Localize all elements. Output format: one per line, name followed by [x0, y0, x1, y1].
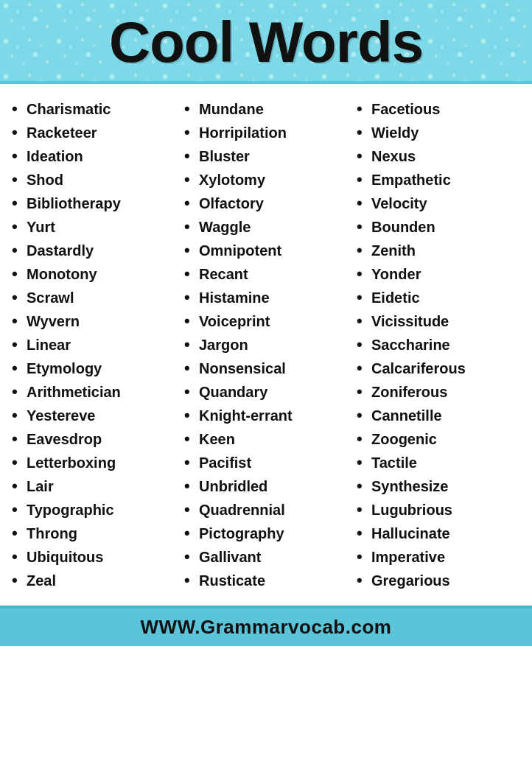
list-item: •Yonder — [357, 262, 520, 286]
list-item: •Imperative — [357, 545, 520, 569]
word-text: Vicissitude — [371, 312, 449, 332]
list-item: •Hallucinate — [357, 522, 520, 545]
bullet-icon: • — [12, 313, 22, 329]
list-item: •Omnipotent — [184, 239, 348, 262]
word-text: Quandary — [199, 382, 267, 402]
list-item: •Eavesdrop — [12, 427, 175, 451]
bullet-icon: • — [12, 455, 22, 471]
list-item: •Calcariferous — [357, 357, 520, 380]
word-text: Monotony — [27, 264, 97, 284]
footer: WWW.Grammarvocab.com — [0, 606, 532, 646]
bullet-icon: • — [12, 148, 22, 164]
word-text: Racketeer — [27, 123, 97, 143]
list-item: •Histamine — [184, 286, 348, 309]
word-column-3: •Facetious•Wieldy•Nexus•Empathetic•Veloc… — [352, 97, 525, 592]
word-text: Shod — [27, 170, 63, 190]
list-item: •Mundane — [184, 97, 348, 121]
bullet-icon: • — [357, 478, 367, 494]
bullet-icon: • — [184, 549, 195, 565]
word-text: Pictography — [199, 524, 284, 544]
word-text: Scrawl — [27, 288, 74, 308]
list-item: •Olfactory — [184, 192, 348, 215]
bullet-icon: • — [357, 431, 367, 447]
bullet-icon: • — [12, 172, 22, 188]
bullet-icon: • — [12, 242, 22, 259]
word-text: Facetious — [371, 99, 440, 119]
list-item: •Yurt — [12, 215, 175, 239]
list-item: •Voiceprint — [184, 309, 348, 333]
list-item: •Pacifist — [184, 451, 348, 474]
bullet-icon: • — [184, 313, 195, 329]
word-text: Waggle — [199, 217, 251, 237]
word-text: Bibliotherapy — [27, 194, 121, 214]
word-text: Nonsensical — [199, 359, 286, 379]
word-text: Mundane — [199, 99, 264, 119]
word-text: Eavesdrop — [27, 429, 102, 449]
bullet-icon: • — [184, 337, 195, 353]
word-text: Gregarious — [371, 571, 450, 591]
word-text: Omnipotent — [199, 241, 281, 261]
bullet-icon: • — [184, 572, 195, 589]
list-item: •Arithmetician — [12, 380, 175, 404]
list-item: •Xylotomy — [184, 168, 348, 192]
bullet-icon: • — [184, 525, 195, 541]
word-text: Cannetille — [371, 406, 442, 426]
list-item: •Jargon — [184, 333, 348, 357]
list-item: •Ubiquitous — [12, 545, 175, 569]
bullet-icon: • — [184, 431, 195, 447]
word-text: Wyvern — [27, 312, 80, 332]
list-item: •Bibliotherapy — [12, 192, 175, 215]
bullet-icon: • — [12, 125, 22, 141]
word-text: Eidetic — [371, 288, 420, 308]
bullet-icon: • — [357, 148, 367, 164]
page-title: Cool Words — [18, 13, 514, 71]
list-item: •Nonsensical — [184, 357, 348, 380]
bullet-icon: • — [12, 266, 22, 282]
list-item: •Saccharine — [357, 333, 520, 357]
list-item: •Linear — [12, 333, 175, 357]
bullet-icon: • — [357, 549, 367, 565]
word-text: Bounden — [371, 217, 435, 237]
bullet-icon: • — [184, 195, 195, 211]
bullet-icon: • — [357, 525, 367, 541]
word-text: Yurt — [27, 217, 55, 237]
word-text: Knight-errant — [199, 406, 293, 426]
list-item: •Quadrennial — [184, 498, 348, 522]
word-text: Pacifist — [199, 453, 251, 473]
word-text: Histamine — [199, 288, 270, 308]
header: Cool Words — [0, 0, 532, 84]
bullet-icon: • — [357, 572, 367, 589]
list-item: •Throng — [12, 522, 175, 545]
list-item: •Pictography — [184, 522, 348, 545]
bullet-icon: • — [184, 242, 195, 259]
word-text: Voiceprint — [199, 312, 270, 332]
bullet-icon: • — [12, 337, 22, 353]
bullet-icon: • — [184, 360, 195, 376]
word-text: Ubiquitous — [27, 547, 103, 567]
word-text: Dastardly — [27, 241, 94, 261]
word-column-2: •Mundane•Horripilation•Bluster•Xylotomy•… — [180, 97, 352, 592]
word-text: Empathetic — [371, 170, 451, 190]
word-text: Rusticate — [199, 571, 265, 591]
content-area: •Charismatic•Racketeer•Ideation•Shod•Bib… — [0, 84, 532, 603]
word-column-1: •Charismatic•Racketeer•Ideation•Shod•Bib… — [7, 97, 180, 592]
bullet-icon: • — [12, 549, 22, 565]
word-text: Recant — [199, 264, 248, 284]
list-item: •Scrawl — [12, 286, 175, 309]
bullet-icon: • — [12, 360, 22, 376]
bullet-icon: • — [357, 384, 367, 400]
bullet-icon: • — [357, 195, 367, 211]
word-text: Zenith — [371, 241, 416, 261]
bullet-icon: • — [357, 101, 367, 117]
bullet-icon: • — [357, 266, 367, 282]
bullet-icon: • — [184, 219, 195, 235]
list-item: •Dastardly — [12, 239, 175, 262]
bullet-icon: • — [184, 502, 195, 518]
word-text: Lair — [27, 477, 54, 497]
word-text: Ideation — [27, 147, 83, 166]
word-text: Etymology — [27, 359, 102, 379]
list-item: •Waggle — [184, 215, 348, 239]
list-item: •Racketeer — [12, 121, 175, 144]
word-text: Letterboxing — [27, 453, 116, 473]
word-text: Lugubrious — [371, 500, 452, 520]
